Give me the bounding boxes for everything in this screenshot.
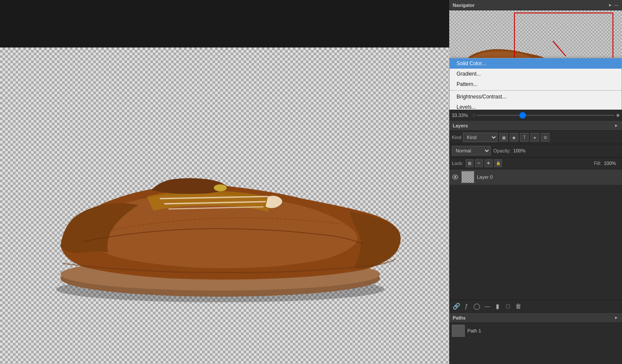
navigator-preview: Solid Color...Gradient...Pattern...Brigh… (449, 10, 622, 110)
lock-label: Lock: (452, 161, 463, 166)
lock-paint-btn[interactable]: ✏ (475, 159, 483, 167)
paths-panel: Paths ► Path 1 (449, 312, 622, 364)
layers-title: Layers (453, 123, 468, 128)
shoe-image (26, 82, 415, 307)
menu-item-brightness-contrast[interactable]: Brightness/Contrast... (450, 92, 622, 102)
new-layer-btn[interactable]: □ (504, 302, 512, 310)
paths-title: Paths (453, 315, 466, 320)
navigator-controls: ► — (608, 3, 619, 7)
menu-item-gradient[interactable]: Gradient... (450, 69, 622, 79)
zoom-small-icon: □ (473, 113, 475, 117)
kind-select[interactable]: Kind (463, 133, 498, 142)
path-name: Path 1 (467, 328, 481, 333)
zoom-large-icon: ■ (616, 112, 619, 118)
layers-header: Layers ► (449, 120, 622, 131)
lock-all-btn[interactable]: 🔒 (494, 159, 502, 167)
new-fill-btn[interactable]: ⸻ (483, 302, 492, 310)
delete-layer-btn[interactable]: 🗑 (514, 302, 523, 310)
zoom-slider-container: □ ■ (473, 112, 619, 118)
opacity-value: 100% (513, 148, 529, 153)
layer-visibility-btn[interactable] (452, 174, 459, 180)
layer-thumbnail (461, 171, 474, 183)
navigator-footer: 33.33% □ ■ (449, 110, 622, 120)
adjustment-filter-btn[interactable]: ◆ (510, 133, 518, 142)
add-style-btn[interactable]: ƒ (462, 302, 471, 310)
new-group-btn[interactable]: ▮ (493, 302, 502, 310)
shape-filter-btn[interactable]: ● (530, 133, 539, 142)
layers-bottom: 🔗 ƒ ◯ ⸻ ▮ □ 🗑 (449, 300, 622, 312)
svg-point-12 (454, 176, 457, 178)
layers-toolbar: Kind Kind ▣ ◆ T ● ⚙ (449, 131, 622, 144)
navigator-menu-btn[interactable]: ► (608, 3, 612, 7)
layers-panel: Layers ► Kind Kind ▣ ◆ T ● ⚙ Normal Opac… (449, 120, 622, 312)
layers-controls: ► (614, 123, 619, 128)
menu-item-levels[interactable]: Levels... (450, 102, 622, 110)
svg-point-6 (214, 184, 227, 191)
menu-item-pattern[interactable]: Pattern... (450, 79, 622, 89)
navigator-panel: Navigator ► — Solid Color...Gradient...P… (449, 0, 622, 120)
smart-filter-btn[interactable]: ⚙ (541, 133, 549, 142)
right-panel: Navigator ► — Solid Color...Gradient...P… (449, 0, 622, 364)
shoe-container (13, 69, 428, 320)
layer-row[interactable]: Layer 0 (449, 169, 622, 185)
pixel-filter-btn[interactable]: ▣ (499, 133, 508, 142)
opacity-label: Opacity: (493, 148, 511, 153)
zoom-slider[interactable] (477, 115, 614, 116)
blend-row: Normal Opacity: 100% (449, 144, 622, 158)
canvas-area (0, 0, 449, 364)
menu-separator (450, 90, 622, 91)
add-mask-btn[interactable]: ◯ (473, 302, 481, 310)
top-bar (0, 0, 449, 47)
path-thumbnail (452, 325, 465, 337)
type-filter-btn[interactable]: T (520, 133, 529, 142)
lock-pixel-btn[interactable]: ▦ (466, 159, 473, 167)
context-menu: Solid Color...Gradient...Pattern...Brigh… (449, 58, 622, 110)
paths-header: Paths ► (449, 313, 622, 323)
link-layers-btn[interactable]: 🔗 (452, 302, 460, 310)
paths-menu-btn[interactable]: ► (614, 315, 619, 320)
eye-icon (452, 174, 458, 180)
fill-label: Fill: (594, 161, 601, 166)
navigator-header: Navigator ► — (449, 0, 622, 10)
kind-label: Kind (452, 135, 461, 140)
lock-move-btn[interactable]: ✚ (485, 159, 492, 167)
lock-row: Lock: ▦ ✏ ✚ 🔒 Fill: 100% (449, 158, 622, 169)
path-row[interactable]: Path 1 (449, 323, 622, 339)
paths-controls: ► (614, 315, 619, 320)
canvas-content (0, 47, 449, 364)
blend-mode-select[interactable]: Normal (452, 146, 491, 155)
layers-menu-btn[interactable]: ► (614, 123, 619, 128)
layer-name: Layer 0 (477, 174, 493, 180)
menu-item-solid-color[interactable]: Solid Color... (450, 58, 622, 69)
lock-icons: ▦ ✏ ✚ 🔒 (466, 159, 502, 167)
fill-value: 100% (604, 161, 619, 166)
navigator-collapse-btn[interactable]: — (614, 3, 619, 7)
zoom-level: 33.33% (452, 113, 471, 118)
navigator-title: Navigator (453, 3, 475, 8)
